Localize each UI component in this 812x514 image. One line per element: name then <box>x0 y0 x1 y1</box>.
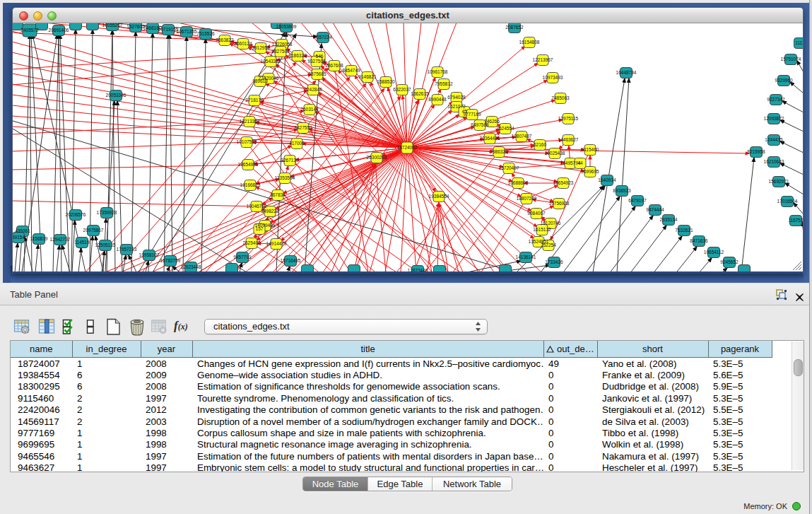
svg-text:8427552: 8427552 <box>294 125 312 130</box>
svg-text:9457791: 9457791 <box>233 255 252 259</box>
svg-text:1112: 1112 <box>795 40 803 45</box>
svg-text:867834: 867834 <box>270 192 286 197</box>
svg-text:20206576: 20206576 <box>66 212 86 217</box>
svg-text:1156819: 1156819 <box>30 236 48 241</box>
svg-text:116753: 116753 <box>788 218 803 223</box>
svg-text:16053809: 16053809 <box>276 24 297 29</box>
svg-text:15720407: 15720407 <box>499 165 519 170</box>
svg-text:2405572: 2405572 <box>20 28 39 33</box>
svg-text:2087652: 2087652 <box>505 25 524 30</box>
svg-text:1244415: 1244415 <box>765 137 783 142</box>
svg-text:10807487: 10807487 <box>512 134 532 139</box>
svg-text:10543382: 10543382 <box>261 59 281 64</box>
svg-text:16782759: 16782759 <box>160 258 181 263</box>
svg-text:14914479: 14914479 <box>266 241 287 246</box>
svg-text:1527602: 1527602 <box>126 24 145 29</box>
svg-text:2867608: 2867608 <box>325 63 343 68</box>
svg-text:8660124: 8660124 <box>234 41 252 46</box>
svg-text:6794028: 6794028 <box>447 95 466 100</box>
svg-text:989613: 989613 <box>252 78 268 83</box>
svg-text:8938923: 8938923 <box>613 188 631 193</box>
svg-text:6322037: 6322037 <box>393 87 411 92</box>
svg-text:19654985: 19654985 <box>238 162 259 167</box>
svg-text:20053346: 20053346 <box>106 93 126 98</box>
svg-text:9474444: 9474444 <box>646 207 664 212</box>
svg-text:16448784: 16448784 <box>616 70 637 75</box>
svg-text:12923448: 12923448 <box>181 264 201 269</box>
svg-text:15751074: 15751074 <box>781 57 801 62</box>
svg-text:435061: 435061 <box>15 228 30 233</box>
svg-text:9327503: 9327503 <box>271 49 290 54</box>
svg-text:25300203: 25300203 <box>367 155 387 160</box>
svg-text:10046788: 10046788 <box>247 204 267 209</box>
svg-text:16210643: 16210643 <box>764 159 784 164</box>
svg-text:19384554: 19384554 <box>429 194 449 199</box>
svg-text:9115460: 9115460 <box>582 147 599 152</box>
svg-text:1640934: 1640934 <box>598 177 616 182</box>
svg-text:7663822: 7663822 <box>216 37 234 42</box>
svg-text:9242848: 9242848 <box>304 87 322 92</box>
svg-text:9777169: 9777169 <box>463 112 481 117</box>
svg-text:44: 44 <box>577 160 583 165</box>
svg-text:16154808: 16154808 <box>519 40 540 45</box>
svg-text:15692971: 15692971 <box>769 179 789 184</box>
svg-text:19654923: 19654923 <box>553 180 574 185</box>
svg-text:10961768: 10961768 <box>428 69 448 74</box>
svg-text:2718176: 2718176 <box>245 98 264 103</box>
svg-text:12823446: 12823446 <box>408 268 428 271</box>
svg-text:12505135: 12505135 <box>95 243 116 247</box>
svg-text:17016504: 17016504 <box>777 199 798 204</box>
svg-text:7357224: 7357224 <box>314 35 332 40</box>
svg-text:417006: 417006 <box>289 141 305 146</box>
svg-text:1733426: 1733426 <box>545 259 563 264</box>
svg-text:1621072: 1621072 <box>447 104 466 109</box>
svg-text:2935114: 2935114 <box>660 217 678 222</box>
svg-text:10107553: 10107553 <box>237 139 257 144</box>
svg-text:546: 546 <box>316 54 324 59</box>
svg-text:17957223: 17957223 <box>117 247 137 252</box>
svg-text:3875685: 3875685 <box>308 71 326 76</box>
svg-text:114519: 114519 <box>74 240 90 245</box>
svg-text:157: 157 <box>256 226 264 231</box>
svg-text:9146821: 9146821 <box>358 74 377 79</box>
svg-text:9327508: 9327508 <box>307 59 326 64</box>
svg-text:7515526: 7515526 <box>196 31 215 36</box>
svg-text:7955812: 7955812 <box>435 81 453 86</box>
svg-text:14463627: 14463627 <box>558 137 579 142</box>
svg-text:3498222: 3498222 <box>261 209 279 214</box>
svg-text:7632621: 7632621 <box>675 228 693 233</box>
svg-text:10973493: 10973493 <box>543 75 563 80</box>
svg-text:1615132: 1615132 <box>533 227 551 232</box>
svg-text:10688609: 10688609 <box>508 180 529 185</box>
svg-text:8471636: 8471636 <box>690 238 708 243</box>
svg-text:252254: 252254 <box>541 243 556 247</box>
svg-text:10654112: 10654112 <box>704 250 724 255</box>
svg-text:10055267: 10055267 <box>102 23 123 28</box>
svg-text:6479197: 6479197 <box>628 198 647 203</box>
svg-text:7625402: 7625402 <box>242 240 261 245</box>
svg-text:9245652: 9245652 <box>720 259 739 264</box>
svg-text:10671355: 10671355 <box>177 29 197 34</box>
svg-text:20975867: 20975867 <box>83 228 104 233</box>
svg-text:39154: 39154 <box>13 235 25 240</box>
svg-text:12975115: 12975115 <box>558 116 579 121</box>
svg-text:17359928: 17359928 <box>97 210 117 215</box>
svg-text:746266: 746266 <box>484 119 500 124</box>
svg-text:8186328: 8186328 <box>288 53 307 58</box>
svg-text:18724007: 18724007 <box>397 145 418 150</box>
svg-text:9329960: 9329960 <box>775 78 793 83</box>
svg-text:9084067: 9084067 <box>527 211 546 216</box>
svg-text:13226058: 13226058 <box>272 42 293 47</box>
svg-text:19166825: 19166825 <box>240 182 261 187</box>
svg-text:10025438: 10025438 <box>545 151 565 156</box>
svg-text:18807249: 18807249 <box>517 196 537 201</box>
svg-text:12942737: 12942737 <box>50 237 71 242</box>
svg-text:12213363: 12213363 <box>240 119 260 124</box>
svg-text:10719155: 10719155 <box>158 27 179 32</box>
svg-text:9699695: 9699695 <box>581 169 599 174</box>
svg-text:10756928: 10756928 <box>549 201 570 206</box>
svg-text:2603144: 2603144 <box>300 107 319 112</box>
svg-text:11353594: 11353594 <box>275 175 295 180</box>
svg-text:1588520: 1588520 <box>377 79 395 84</box>
svg-text:8990448: 8990448 <box>428 97 447 102</box>
